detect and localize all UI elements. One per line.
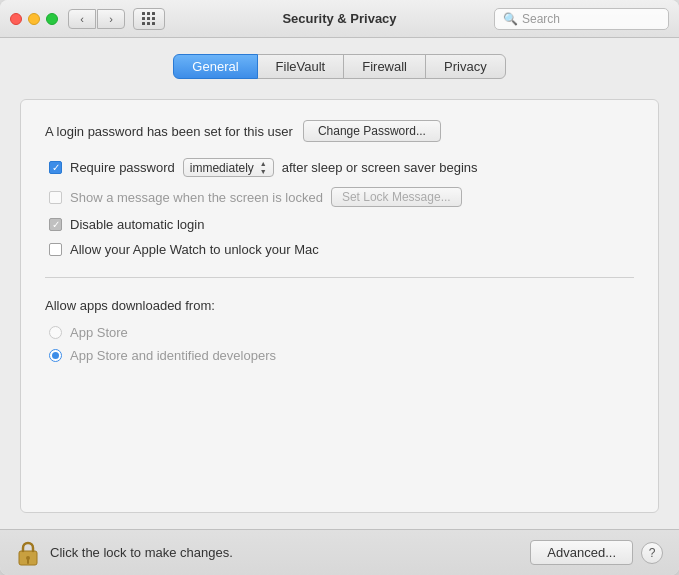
- lock-text: Click the lock to make changes.: [50, 545, 233, 560]
- maximize-button[interactable]: [46, 13, 58, 25]
- require-password-row: Require password immediately ▲ ▼ after s…: [45, 158, 634, 177]
- arrow-up-icon: ▲: [260, 160, 267, 168]
- disable-login-label: Disable automatic login: [70, 217, 204, 232]
- change-password-button[interactable]: Change Password...: [303, 120, 441, 142]
- app-store-label: App Store: [70, 325, 128, 340]
- lock-icon: [16, 539, 40, 567]
- app-store-developers-label: App Store and identified developers: [70, 348, 276, 363]
- disable-login-checkbox[interactable]: [49, 218, 62, 231]
- grid-button[interactable]: [133, 8, 165, 30]
- login-password-text: A login password has been set for this u…: [45, 124, 293, 139]
- lock-svg: [17, 540, 39, 566]
- show-message-label: Show a message when the screen is locked: [70, 190, 323, 205]
- lock-area[interactable]: Click the lock to make changes.: [16, 539, 233, 567]
- bottom-bar: Click the lock to make changes. Advanced…: [0, 529, 679, 575]
- allow-watch-row: Allow your Apple Watch to unlock your Ma…: [45, 242, 634, 257]
- allow-apps-label: Allow apps downloaded from:: [45, 298, 634, 313]
- close-button[interactable]: [10, 13, 22, 25]
- divider: [45, 277, 634, 278]
- nav-buttons: ‹ ›: [68, 9, 125, 29]
- after-sleep-label: after sleep or screen saver begins: [282, 160, 478, 175]
- app-store-row: App Store: [45, 325, 634, 340]
- login-password-row: A login password has been set for this u…: [45, 120, 634, 142]
- allow-watch-label: Allow your Apple Watch to unlock your Ma…: [70, 242, 319, 257]
- minimize-button[interactable]: [28, 13, 40, 25]
- back-icon: ‹: [80, 13, 84, 25]
- show-message-row: Show a message when the screen is locked…: [45, 187, 634, 207]
- tab-filevault[interactable]: FileVault: [257, 54, 345, 79]
- immediately-select[interactable]: immediately ▲ ▼: [183, 158, 274, 177]
- general-panel: A login password has been set for this u…: [20, 99, 659, 513]
- help-button[interactable]: ?: [641, 542, 663, 564]
- immediately-value: immediately: [190, 161, 254, 175]
- allow-watch-checkbox[interactable]: [49, 243, 62, 256]
- tab-general[interactable]: General: [173, 54, 257, 79]
- grid-icon: [142, 12, 156, 26]
- traffic-lights: [10, 13, 58, 25]
- back-button[interactable]: ‹: [68, 9, 96, 29]
- disable-login-row: Disable automatic login: [45, 217, 634, 232]
- app-store-radio[interactable]: [49, 326, 62, 339]
- tab-firewall[interactable]: Firewall: [343, 54, 426, 79]
- tab-privacy[interactable]: Privacy: [425, 54, 506, 79]
- app-store-developers-radio[interactable]: [49, 349, 62, 362]
- app-store-developers-row: App Store and identified developers: [45, 348, 634, 363]
- content: General FileVault Firewall Privacy A log…: [0, 38, 679, 529]
- window-title: Security & Privacy: [282, 11, 396, 26]
- search-icon: 🔍: [503, 12, 518, 26]
- bottom-right: Advanced... ?: [530, 540, 663, 565]
- search-input[interactable]: [522, 12, 660, 26]
- titlebar: ‹ › Security & Privacy 🔍: [0, 0, 679, 38]
- show-message-checkbox[interactable]: [49, 191, 62, 204]
- tabs: General FileVault Firewall Privacy: [20, 54, 659, 79]
- window: ‹ › Security & Privacy 🔍 General FileVau…: [0, 0, 679, 575]
- stepper-arrows: ▲ ▼: [260, 160, 267, 175]
- require-password-checkbox[interactable]: [49, 161, 62, 174]
- set-lock-message-button[interactable]: Set Lock Message...: [331, 187, 462, 207]
- advanced-button[interactable]: Advanced...: [530, 540, 633, 565]
- search-box[interactable]: 🔍: [494, 8, 669, 30]
- require-password-label: Require password: [70, 160, 175, 175]
- forward-icon: ›: [109, 13, 113, 25]
- arrow-down-icon: ▼: [260, 168, 267, 176]
- forward-button[interactable]: ›: [97, 9, 125, 29]
